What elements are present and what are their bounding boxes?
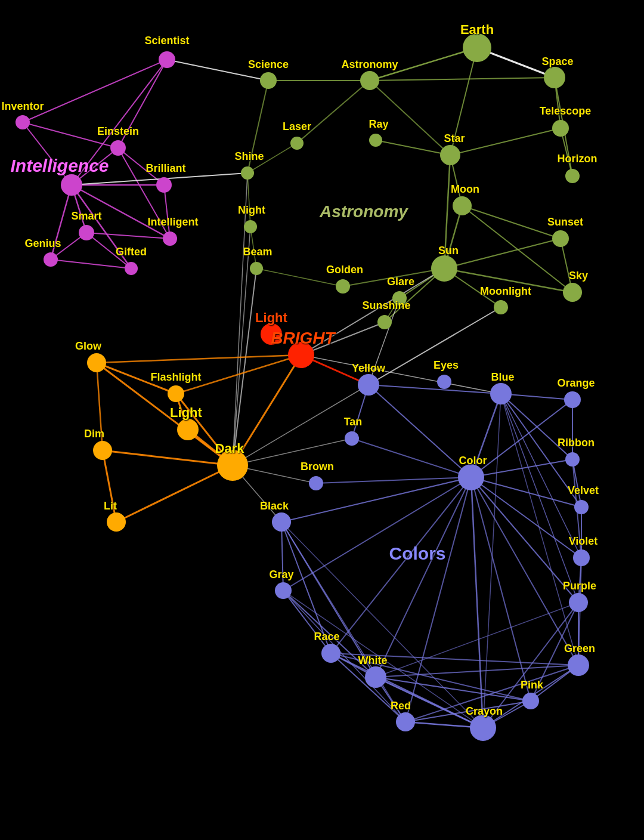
label-light-orange: Light xyxy=(170,405,202,421)
label-ray: Ray xyxy=(369,118,388,131)
label-orange: Orange xyxy=(557,377,595,390)
svg-line-47 xyxy=(343,268,444,286)
node-light-orange xyxy=(177,419,199,440)
svg-line-118 xyxy=(376,665,578,677)
node-gifted xyxy=(125,262,138,275)
svg-line-88 xyxy=(471,477,581,507)
svg-line-29 xyxy=(376,140,450,155)
label-sunset: Sunset xyxy=(547,216,583,228)
label-lit: Lit xyxy=(104,500,117,512)
label-ribbon: Ribbon xyxy=(558,437,595,449)
label-blue: Blue xyxy=(491,371,514,384)
svg-line-107 xyxy=(283,591,376,677)
svg-line-51 xyxy=(233,227,250,465)
svg-line-40 xyxy=(297,81,370,143)
svg-line-77 xyxy=(369,385,471,477)
svg-line-2 xyxy=(72,60,167,185)
edges-svg xyxy=(0,0,644,840)
svg-line-34 xyxy=(444,239,561,268)
label-laser: Laser xyxy=(283,121,311,133)
svg-line-109 xyxy=(283,591,483,728)
label-flashlight: Flashlight xyxy=(151,371,202,384)
node-flashlight xyxy=(168,385,184,402)
label-gifted: Gifted xyxy=(116,246,147,258)
svg-line-89 xyxy=(471,477,581,558)
svg-line-122 xyxy=(405,665,578,722)
svg-line-25 xyxy=(450,128,561,155)
svg-line-50 xyxy=(233,268,256,465)
svg-line-15 xyxy=(86,233,170,239)
svg-line-1 xyxy=(118,60,167,148)
svg-line-101 xyxy=(281,522,283,591)
node-ray xyxy=(369,134,382,147)
svg-line-71 xyxy=(233,385,369,465)
label-inventor: Inventor xyxy=(1,100,44,113)
label-black: Black xyxy=(260,500,289,512)
label-brown: Brown xyxy=(301,461,334,473)
svg-line-52 xyxy=(233,173,247,465)
label-science: Science xyxy=(248,58,289,71)
svg-line-68 xyxy=(97,355,301,363)
node-scientist xyxy=(159,51,175,68)
svg-line-119 xyxy=(376,603,578,677)
node-golden xyxy=(336,279,350,294)
svg-line-58 xyxy=(97,363,233,465)
node-white xyxy=(365,666,386,688)
svg-line-99 xyxy=(471,477,531,701)
label-race: Race xyxy=(314,631,339,643)
svg-line-43 xyxy=(247,143,297,173)
node-intelligence xyxy=(61,174,82,196)
label-dim: Dim xyxy=(84,428,104,440)
svg-line-95 xyxy=(331,477,471,653)
node-violet xyxy=(573,549,590,566)
svg-line-65 xyxy=(97,363,103,450)
node-inventor xyxy=(16,115,30,129)
label-eyes: Eyes xyxy=(434,359,459,372)
svg-line-114 xyxy=(331,653,578,665)
node-laser xyxy=(290,137,304,150)
svg-line-81 xyxy=(501,394,581,507)
svg-line-4 xyxy=(23,122,118,148)
svg-line-94 xyxy=(283,477,471,591)
node-moon xyxy=(453,196,472,215)
label-glow: Glow xyxy=(75,340,101,353)
node-crayon xyxy=(470,715,496,741)
node-pink xyxy=(522,693,539,709)
label-intelligence: Intelligence xyxy=(10,156,109,176)
label-smart: Smart xyxy=(71,210,101,223)
svg-line-18 xyxy=(167,60,268,81)
node-moonlight xyxy=(494,300,508,314)
label-astronomy-node: Astronomy xyxy=(341,58,398,71)
label-sun: Sun xyxy=(438,245,459,257)
svg-line-9 xyxy=(51,185,72,260)
node-green xyxy=(568,654,589,676)
node-sky xyxy=(563,283,582,302)
svg-line-21 xyxy=(370,78,555,81)
node-tan xyxy=(345,431,359,446)
node-sunset xyxy=(552,230,569,247)
label-pink: Pink xyxy=(521,679,543,691)
svg-line-117 xyxy=(376,677,531,701)
node-yellow xyxy=(358,374,379,396)
label-genius: Genius xyxy=(24,237,61,250)
label-violet: Violet xyxy=(569,535,598,548)
node-genius xyxy=(44,252,58,267)
label-night: Night xyxy=(238,204,265,217)
label-astronomy-big: Astronomy xyxy=(320,202,408,221)
svg-line-67 xyxy=(176,355,301,394)
svg-line-104 xyxy=(281,522,405,722)
label-einstein: Einstein xyxy=(97,125,139,138)
node-science xyxy=(260,72,277,89)
svg-line-105 xyxy=(281,522,483,728)
node-star xyxy=(440,145,460,165)
label-sky: Sky xyxy=(569,270,588,282)
svg-line-80 xyxy=(501,394,572,459)
label-brilliant: Brilliant xyxy=(145,162,185,175)
label-moon: Moon xyxy=(451,183,479,196)
svg-line-72 xyxy=(233,438,352,465)
svg-line-75 xyxy=(369,385,501,394)
label-gray: Gray xyxy=(269,569,293,581)
svg-line-62 xyxy=(103,450,233,465)
svg-line-108 xyxy=(283,591,405,722)
svg-line-27 xyxy=(444,155,450,268)
